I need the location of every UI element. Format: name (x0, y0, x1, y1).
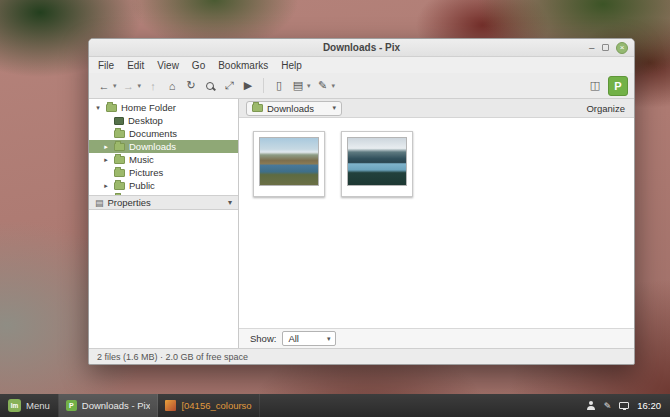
location-label: Downloads (267, 103, 314, 114)
expander-down-icon[interactable]: ▾ (94, 104, 102, 112)
sidebar-panel-icon: ◫ (590, 79, 600, 92)
properties-button[interactable]: ▯ (270, 76, 288, 96)
refresh-icon: ↻ (186, 79, 195, 92)
menu-edit[interactable]: Edit (127, 60, 144, 71)
clock[interactable]: 16:20 (637, 400, 661, 411)
edit-pencil-icon: ✎ (318, 79, 327, 92)
places-tree: ▾ Home Folder Desktop Documents (89, 99, 238, 195)
location-dropdown[interactable]: Downloads ▾ (246, 101, 342, 116)
expander-right-icon[interactable]: ▸ (102, 182, 110, 190)
expander-right-icon[interactable]: ▸ (102, 143, 110, 151)
window-controls: − × (589, 39, 628, 56)
menu-button[interactable]: lm Menu (0, 394, 59, 417)
pix-viewer-button[interactable]: P (608, 76, 628, 96)
menu-go[interactable]: Go (192, 60, 205, 71)
back-history-dropdown[interactable]: ▾ (113, 82, 117, 90)
magnifier-icon (206, 82, 214, 90)
refresh-button[interactable]: ↻ (182, 76, 200, 96)
statusbar: 2 files (1.6 MB) · 2.0 GB of free space (89, 348, 634, 364)
forward-icon: → (123, 80, 134, 92)
tree-item-pictures[interactable]: Pictures (89, 166, 238, 179)
titlebar[interactable]: Downloads - Pix − × (89, 39, 634, 57)
tree-label: Desktop (128, 115, 163, 126)
image-thumbnail[interactable] (341, 131, 413, 197)
pathbar: Downloads ▾ Organize (239, 99, 634, 118)
location-caret-icon: ▾ (332, 104, 336, 112)
tree-item-desktop[interactable]: Desktop (89, 114, 238, 127)
tree-label: Public (129, 180, 155, 191)
list-view-icon: ▤ (293, 79, 303, 92)
input-pencil-icon[interactable]: ✎ (604, 401, 612, 411)
menu-help[interactable]: Help (281, 60, 302, 71)
image-task-icon (165, 400, 176, 411)
menu-bookmarks[interactable]: Bookmarks (218, 60, 268, 71)
view-mode-button[interactable]: ▤ (289, 76, 307, 96)
user-account-icon[interactable] (587, 401, 596, 410)
file-grid (239, 118, 634, 328)
slideshow-icon: ▶ (244, 79, 252, 92)
toolbar: ← ▾ → ▾ ↑ ⌂ ↻ ⤢ ▶ ▯ ▤ ▾ ✎ ▾ ◫ P (89, 73, 634, 99)
window-title: Downloads - Pix (323, 42, 400, 53)
menu-file[interactable]: File (98, 60, 114, 71)
view-mode-dropdown[interactable]: ▾ (307, 82, 311, 90)
forward-history-dropdown[interactable]: ▾ (138, 82, 142, 90)
fullscreen-button[interactable]: ⤢ (220, 76, 238, 96)
tree-item-music[interactable]: ▸ Music (89, 153, 238, 166)
sidebar: ▾ Home Folder Desktop Documents (89, 99, 239, 348)
maximize-button[interactable] (602, 44, 609, 51)
network-icon[interactable] (619, 402, 629, 409)
back-button[interactable]: ← (95, 76, 113, 96)
filter-value: All (288, 333, 299, 344)
home-folder-icon (106, 104, 117, 112)
slideshow-button[interactable]: ▶ (239, 76, 257, 96)
status-text: 2 files (1.6 MB) · 2.0 GB of free space (97, 352, 248, 362)
tree-label: Home Folder (121, 102, 176, 113)
toggle-sidebar-button[interactable]: ◫ (586, 76, 604, 96)
window-body: ▾ Home Folder Desktop Documents (89, 99, 634, 348)
folder-icon (114, 143, 125, 151)
home-button[interactable]: ⌂ (163, 76, 181, 96)
zoom-button[interactable] (201, 76, 219, 96)
tree-label: Pictures (129, 167, 163, 178)
forward-button[interactable]: → (120, 76, 138, 96)
tree-label: Documents (129, 128, 177, 139)
back-icon: ← (99, 80, 110, 92)
menu-label: Menu (26, 400, 50, 411)
expander-right-icon[interactable]: ▸ (102, 156, 110, 164)
properties-panel-body (89, 210, 238, 348)
edit-tools-button[interactable]: ✎ (314, 76, 332, 96)
edit-tools-dropdown[interactable]: ▾ (332, 82, 336, 90)
show-filter-dropdown[interactable]: All ▾ (282, 331, 336, 346)
fullscreen-icon: ⤢ (225, 79, 234, 92)
menu-view[interactable]: View (157, 60, 179, 71)
tree-item-downloads[interactable]: ▸ Downloads (89, 140, 238, 153)
up-button[interactable]: ↑ (144, 76, 162, 96)
image-thumbnail[interactable] (253, 131, 325, 197)
properties-collapse-icon[interactable]: ▾ (228, 198, 232, 207)
up-icon: ↑ (150, 80, 156, 92)
taskbar-window-image[interactable]: [04156_colourso... (158, 394, 260, 417)
organize-button[interactable]: Organize (584, 103, 627, 114)
tree-item-home[interactable]: ▾ Home Folder (89, 101, 238, 114)
home-icon: ⌂ (169, 80, 176, 92)
tree-label: Music (129, 154, 154, 165)
tree-item-public[interactable]: ▸ Public (89, 179, 238, 192)
folder-icon (114, 195, 125, 196)
desktop-icon (114, 117, 124, 125)
main-area: Downloads ▾ Organize Show: (239, 99, 634, 348)
folder-icon (114, 130, 125, 138)
pix-logo-icon: P (614, 80, 621, 92)
properties-panel-header[interactable]: ▤ Properties ▾ (89, 195, 238, 210)
desktop: Downloads - Pix − × File Edit View Go Bo… (0, 0, 670, 417)
properties-label: Properties (108, 197, 151, 208)
document-icon: ▯ (276, 79, 282, 92)
tree-item-documents[interactable]: Documents (89, 127, 238, 140)
minimize-button[interactable]: − (589, 43, 595, 53)
folder-icon (114, 156, 125, 164)
filter-caret-icon: ▾ (327, 335, 331, 343)
properties-icon: ▤ (95, 198, 104, 208)
folder-icon (114, 169, 125, 177)
close-button[interactable]: × (616, 42, 628, 54)
mint-logo-icon: lm (8, 399, 21, 412)
taskbar-window-pix[interactable]: P Downloads - Pix (59, 394, 159, 417)
